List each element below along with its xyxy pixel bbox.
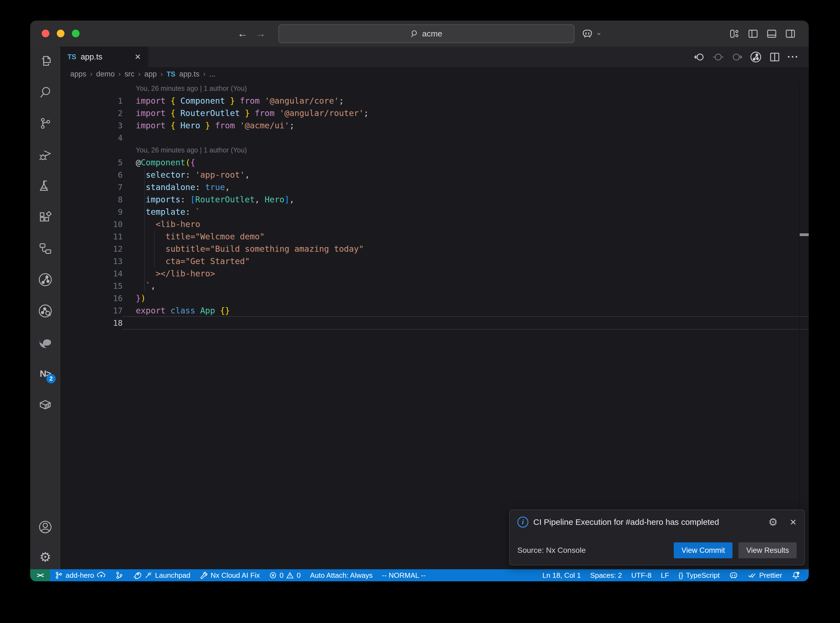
code-line[interactable]: 6 selector: 'app-root', [60,169,809,181]
vim-mode-item[interactable]: -- NORMAL -- [377,569,430,581]
code-line[interactable]: 17export class App {} [60,304,809,317]
edge-tools-icon[interactable] [38,335,53,350]
line-number[interactable]: 4 [60,133,123,143]
code-line[interactable]: 13 cta="Get Started" [60,255,809,267]
customize-layout-icon[interactable] [729,28,740,40]
code-line[interactable]: 14 ></lib-hero> [60,267,809,280]
line-number[interactable]: 9 [60,207,123,216]
more-actions-icon[interactable]: ··· [787,51,799,63]
toggle-panel-icon[interactable] [766,28,777,40]
line-number[interactable]: 14 [60,269,123,278]
breadcrumb-item[interactable]: app [144,70,157,78]
settings-gear-icon[interactable]: ⚙ [38,549,53,565]
notifications-bell-item[interactable] [787,569,805,581]
view-commit-button[interactable]: View Commit [674,542,733,558]
maximize-window-button[interactable] [72,30,80,37]
line-number[interactable]: 6 [60,170,123,180]
tab-app-ts[interactable]: TS app.ts ✕ [60,47,148,67]
line-number[interactable]: 10 [60,219,123,229]
scrollbar-gutter[interactable] [799,81,809,569]
breadcrumb-item[interactable]: apps [70,70,86,78]
go-forward-icon[interactable] [731,51,743,63]
line-number[interactable]: 1 [60,96,123,106]
flowchart-icon[interactable] [38,241,53,256]
line-number[interactable]: 11 [60,232,123,241]
code-line[interactable]: 12 subtitle="Build something amazing tod… [60,242,809,255]
launchpad-item[interactable]: Launchpad [128,569,195,581]
close-tab-icon[interactable]: ✕ [135,52,141,61]
nx-project-graph-icon[interactable] [38,272,53,287]
code-line[interactable]: 10 <lib-hero [60,218,809,230]
code-line[interactable]: 4 [60,132,809,144]
code-line[interactable]: 11 title="Welcmoe demo" [60,230,809,242]
line-number[interactable]: 5 [60,158,123,167]
indentation-item[interactable]: Spaces: 2 [585,569,627,581]
explorer-icon[interactable] [38,53,53,69]
eol-item[interactable]: LF [656,569,674,581]
copilot-menu[interactable]: ⌄ [581,21,602,47]
blame-line[interactable]: You, 26 minutes ago | 1 author (You) [60,82,809,95]
blame-line[interactable]: You, 26 minutes ago | 1 author (You) [60,144,809,156]
chevron-right-icon: › [138,70,140,78]
go-back-icon[interactable] [694,51,706,63]
testing-icon[interactable] [38,178,53,193]
breadcrumb-item[interactable]: app.ts [179,70,200,78]
split-editor-icon[interactable] [769,51,781,63]
nav-dot-icon[interactable] [712,51,724,63]
prettier-item[interactable]: Prettier [743,569,787,581]
code-line[interactable]: 8 imports: [RouterOutlet, Hero], [60,193,809,206]
code-editor[interactable]: You, 26 minutes ago | 1 author (You)1imp… [60,81,809,569]
code-line[interactable]: 15 `, [60,280,809,292]
breadcrumb-item[interactable]: src [124,70,134,78]
cursor-position-item[interactable]: Ln 18, Col 1 [538,569,585,581]
line-number[interactable]: 15 [60,281,123,291]
code-line[interactable]: 9 template: ` [60,206,809,218]
breadcrumb-item[interactable]: ... [209,70,216,78]
git-graph-item[interactable] [110,569,128,581]
code-line[interactable]: 7 standalone: true, [60,181,809,193]
minimize-window-button[interactable] [57,30,64,37]
nx-graph-search-icon[interactable] [38,303,53,319]
notification-close-icon[interactable]: ✕ [790,517,797,527]
line-number[interactable]: 13 [60,257,123,266]
close-window-button[interactable] [42,30,49,37]
container-tools-icon[interactable] [38,397,53,413]
code-line[interactable]: 3import { Hero } from '@acme/ui'; [60,119,809,132]
auto-attach-item[interactable]: Auto Attach: Always [305,569,377,581]
code-line[interactable]: 1import { Component } from '@angular/cor… [60,95,809,107]
search-icon[interactable] [38,84,53,100]
code-line[interactable]: 16}) [60,292,809,304]
line-number[interactable]: 3 [60,121,123,130]
extensions-icon[interactable] [38,210,53,225]
code-line[interactable]: 18 [60,317,809,329]
problems-item[interactable]: 0 0 [264,569,305,581]
toggle-secondary-sidebar-icon[interactable] [785,28,796,40]
line-number[interactable]: 2 [60,109,123,118]
nav-forward-button[interactable]: → [255,28,266,40]
view-results-button[interactable]: View Results [739,542,797,558]
line-number[interactable]: 17 [60,306,123,315]
source-control-icon[interactable] [38,116,53,131]
breadcrumb-item[interactable]: demo [96,70,115,78]
line-number[interactable]: 18 [60,318,123,328]
nx-cloud-fix-item[interactable]: Nx Cloud AI Fix [195,569,264,581]
nx-console-icon[interactable]: N> 2 [38,366,53,381]
notification-settings-gear-icon[interactable]: ⚙ [768,517,778,527]
nav-back-button[interactable]: ← [237,28,248,40]
language-mode-item[interactable]: {} TypeScript [674,569,724,581]
nx-graph-file-icon[interactable] [749,51,762,63]
run-debug-icon[interactable] [38,147,53,162]
git-branch-item[interactable]: add-hero [50,569,110,581]
copilot-status-item[interactable] [724,569,743,581]
command-center-search[interactable]: acme [278,25,574,43]
remote-indicator[interactable]: >< [30,569,50,581]
code-line[interactable]: 5@Component({ [60,156,809,169]
line-number[interactable]: 8 [60,195,123,204]
code-line[interactable]: 2import { RouterOutlet } from '@angular/… [60,107,809,119]
account-icon[interactable] [38,519,53,535]
toggle-sidebar-icon[interactable] [747,28,759,40]
encoding-item[interactable]: UTF-8 [627,569,656,581]
line-number[interactable]: 7 [60,183,123,192]
line-number[interactable]: 16 [60,294,123,303]
line-number[interactable]: 12 [60,244,123,254]
